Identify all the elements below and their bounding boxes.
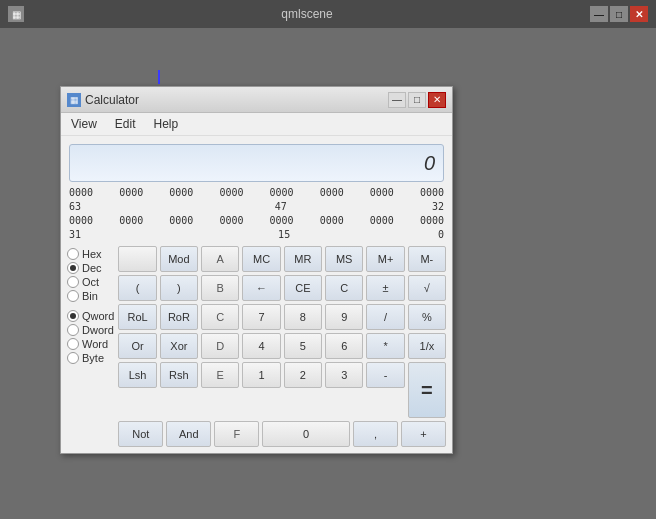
menu-help[interactable]: Help [149,115,182,133]
radio-bin-circle[interactable] [67,290,79,302]
radio-dec[interactable]: Dec [67,262,114,274]
btn-mod[interactable]: Mod [160,246,198,272]
btn-Xor[interactable]: Xor [160,333,198,359]
calc-display: 0 [69,144,444,182]
btn-Rsh[interactable]: Rsh [160,362,198,388]
btn-C[interactable]: C [325,275,363,301]
btn-empty[interactable] [118,246,156,272]
btn-backspace[interactable]: ← [242,275,280,301]
radio-qword-label: Qword [82,310,114,322]
btn-sqrt[interactable]: √ [408,275,446,301]
btn-6[interactable]: 6 [325,333,363,359]
radio-oct[interactable]: Oct [67,276,114,288]
btn-row-5: Not And F 0 , + [118,421,446,447]
radio-dec-circle[interactable] [67,262,79,274]
btn-row-3: Or Xor D 4 5 6 * 1/x [118,333,446,359]
btn-And[interactable]: And [166,421,211,447]
calc-win-controls: — □ ✕ [388,92,446,108]
bit-row-1-indices: 63 47 32 [69,200,444,214]
btn-MS[interactable]: MS [325,246,363,272]
radio-dec-label: Dec [82,262,102,274]
outer-minimize-button[interactable]: — [590,6,608,22]
btn-plus[interactable]: + [401,421,446,447]
display-value: 0 [424,152,435,175]
radio-dword-label: Dword [82,324,114,336]
radio-dword[interactable]: Dword [67,324,114,336]
btn-lparen[interactable]: ( [118,275,156,301]
btn-recip[interactable]: 1/x [408,333,446,359]
btn-MR[interactable]: MR [284,246,322,272]
btn-9[interactable]: 9 [325,304,363,330]
outer-window-title: qmlscene [24,7,590,21]
btn-Or[interactable]: Or [118,333,156,359]
radio-qword-circle[interactable] [67,310,79,322]
cursor-indicator [158,70,160,84]
bit-row-2-indices: 31 15 0 [69,228,444,242]
btn-B[interactable]: B [201,275,239,301]
btn-row-4: Lsh Rsh E 1 2 3 - = [118,362,446,418]
desktop: ▦ Calculator — □ ✕ View Edit Help 0 0000… [0,28,656,519]
outer-win-controls: — □ ✕ [590,6,648,22]
btn-minus[interactable]: - [366,362,404,388]
btn-Not[interactable]: Not [118,421,163,447]
btn-D[interactable]: D [201,333,239,359]
radio-bin-label: Bin [82,290,98,302]
radio-bin[interactable]: Bin [67,290,114,302]
btn-5[interactable]: 5 [284,333,322,359]
calc-window-title: Calculator [85,93,139,107]
btn-CE[interactable]: CE [284,275,322,301]
bit-row-1-labels: 0000 0000 0000 0000 0000 0000 0000 0000 [69,186,444,200]
btn-rparen[interactable]: ) [160,275,198,301]
word-radio-group: Qword Dword Word Byte [67,310,114,364]
calc-body: Hex Dec Oct Bin [67,246,446,447]
calc-maximize-button[interactable]: □ [408,92,426,108]
radio-oct-circle[interactable] [67,276,79,288]
outer-close-button[interactable]: ✕ [630,6,648,22]
btn-7[interactable]: 7 [242,304,280,330]
radio-byte[interactable]: Byte [67,352,114,364]
calc-minimize-button[interactable]: — [388,92,406,108]
radio-byte-circle[interactable] [67,352,79,364]
btn-RoL[interactable]: RoL [118,304,156,330]
radio-word[interactable]: Word [67,338,114,350]
btn-Mplus[interactable]: M+ [366,246,404,272]
btn-A[interactable]: A [201,246,239,272]
calc-menubar: View Edit Help [61,113,452,136]
radio-byte-label: Byte [82,352,104,364]
radio-word-label: Word [82,338,108,350]
btn-row-0: Mod A MC MR MS M+ M- [118,246,446,272]
radio-word-circle[interactable] [67,338,79,350]
calc-close-button[interactable]: ✕ [428,92,446,108]
btn-8[interactable]: 8 [284,304,322,330]
outer-maximize-button[interactable]: □ [610,6,628,22]
btn-Mminus[interactable]: M- [408,246,446,272]
btn-F[interactable]: F [214,421,259,447]
menu-edit[interactable]: Edit [111,115,140,133]
menu-view[interactable]: View [67,115,101,133]
calc-title-left: ▦ Calculator [67,93,139,107]
btn-0[interactable]: 0 [262,421,350,447]
outer-window-icon: ▦ [8,6,24,22]
btn-mul[interactable]: * [366,333,404,359]
btn-3[interactable]: 3 [325,362,363,388]
btn-E[interactable]: E [201,362,239,388]
btn-row-1: ( ) B ← CE C ± √ [118,275,446,301]
calc-titlebar: ▦ Calculator — □ ✕ [61,87,452,113]
btn-MC[interactable]: MC [242,246,280,272]
btn-4[interactable]: 4 [242,333,280,359]
btn-C-hex[interactable]: C [201,304,239,330]
radio-hex[interactable]: Hex [67,248,114,260]
btn-comma[interactable]: , [353,421,398,447]
radio-qword[interactable]: Qword [67,310,114,322]
btn-div[interactable]: / [366,304,404,330]
btn-RoR[interactable]: RoR [160,304,198,330]
radio-dword-circle[interactable] [67,324,79,336]
btn-Lsh[interactable]: Lsh [118,362,156,388]
btn-percent[interactable]: % [408,304,446,330]
radio-hex-circle[interactable] [67,248,79,260]
btn-1[interactable]: 1 [242,362,280,388]
btn-2[interactable]: 2 [284,362,322,388]
btn-equals[interactable]: = [408,362,446,418]
bit-row-2-labels: 0000 0000 0000 0000 0000 0000 0000 0000 [69,214,444,228]
btn-plusminus[interactable]: ± [366,275,404,301]
